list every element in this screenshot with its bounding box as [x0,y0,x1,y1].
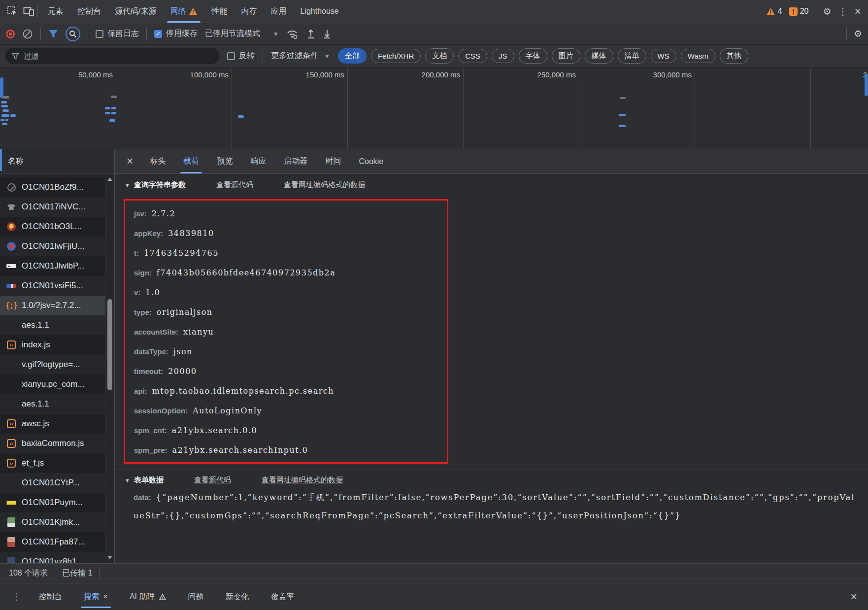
table-row[interactable]: aes.1.1 [0,315,105,335]
clear-network-log-icon[interactable] [22,29,33,39]
tab-payload[interactable]: 载荷 [175,149,207,173]
chip-font[interactable]: 字体 [519,48,547,64]
tab-network[interactable]: 网络 [163,0,204,23]
settings-gear-icon[interactable]: ⚙ [823,7,832,16]
tab-preview[interactable]: 预览 [209,149,240,173]
tab-application[interactable]: 应用 [264,0,293,23]
table-row[interactable]: aes.1.1 [0,394,105,414]
table-row[interactable]: O1CN01bO3L... [0,217,105,237]
search-tab-close-icon[interactable]: × [103,592,108,602]
tab-console[interactable]: 控制台 [70,0,108,23]
table-row[interactable]: O1CN01Fpa87... [0,532,105,552]
filter-funnel-small-icon [12,53,19,60]
view-source-link[interactable]: 查看源代码 [194,475,231,485]
tab-performance[interactable]: 性能 [204,0,234,23]
issues-counter[interactable]: ! 20 [789,7,809,16]
table-row[interactable]: O1CN01vsiFi5... [0,276,105,296]
chip-img[interactable]: 图片 [552,48,580,64]
filter-funnel-icon[interactable] [48,30,58,38]
drawer-tab-ai-assistant[interactable]: AI 助理 [121,583,175,610]
table-row-partial[interactable] [0,173,105,177]
invert-filter-checkbox[interactable]: 反转 [227,51,255,61]
table-row[interactable]: O1CN01Kjmk... [0,512,105,532]
record-network-log-button[interactable] [6,30,15,38]
preserve-log-checkbox[interactable]: 保留日志 [96,29,139,39]
request-list-panel: 名称 O1CN01BoZf9... O1CN017iNVC... O1CN01b… [0,149,114,563]
tab-lighthouse[interactable]: Lighthouse [293,0,345,23]
tab-response[interactable]: 响应 [242,149,274,173]
network-settings-gear-icon[interactable]: ⚙ [854,29,862,38]
import-har-icon[interactable] [306,29,315,39]
network-conditions-icon[interactable] [286,29,299,39]
chip-ws[interactable]: WS [651,49,676,63]
filter-input[interactable] [24,52,212,60]
drawer-tab-search[interactable]: 搜索 × [75,583,117,610]
table-row[interactable]: O1CN017iNVC... [0,197,105,217]
drawer-tab-console[interactable]: 控制台 [30,583,71,610]
close-detail-icon[interactable]: × [120,149,140,173]
table-row[interactable]: O1CN01Puym... [0,493,105,512]
scroll-up-icon[interactable] [107,177,112,181]
throttling-dropdown[interactable]: 已停用节流模式 ▼ [205,29,279,39]
tab-headers[interactable]: 标头 [142,149,173,173]
warning-triangle-icon [766,7,775,16]
table-row[interactable]: O1CN01BoZf9... [0,177,105,197]
table-row[interactable]: ‹›awsc.js [0,414,105,434]
tab-memory[interactable]: 内存 [234,0,264,23]
scroll-down-icon[interactable] [107,556,112,559]
form-data-title[interactable]: ▼ 表单数据 [125,475,164,485]
scrollbar-thumb[interactable] [107,299,112,390]
table-row[interactable]: O1CN01JlwlbP... [0,256,105,276]
chip-media[interactable]: 媒体 [585,48,613,64]
chip-doc[interactable]: 文档 [425,48,454,64]
chip-other[interactable]: 其他 [720,48,748,64]
view-source-link[interactable]: 查看源代码 [216,180,253,190]
close-devtools-icon[interactable]: × [855,6,861,17]
table-row[interactable]: xianyu.pc_com... [0,374,105,394]
more-filters-dropdown[interactable]: 更多过滤条件 ▼ [271,51,330,61]
network-overview-timeline[interactable]: 50,000 ms 100,000 ms 150,000 ms 200,000 … [0,68,868,149]
request-list-scrollbar[interactable] [105,173,114,563]
overview-handle-edge[interactable] [0,149,2,171]
drawer-tab-changes[interactable]: 新变化 [217,583,258,610]
chip-js[interactable]: JS [492,49,514,63]
table-row[interactable]: O1CN01CYtP... [0,473,105,493]
disable-cache-checkbox[interactable]: ✓ 停用缓存 [154,29,198,39]
overview-handle-right[interactable] [865,74,868,96]
table-row[interactable]: O1CN01IwFjiU... [0,237,105,256]
query-string-title[interactable]: ▼ 查询字符串参数 [125,180,186,190]
device-toolbar-icon[interactable] [21,3,37,20]
table-row[interactable]: ‹›et_f.js [0,453,105,473]
chip-wasm[interactable]: Wasm [681,49,715,63]
tab-timing[interactable]: 时间 [317,149,349,173]
table-row[interactable]: ‹›baxiaCommon.js [0,434,105,453]
export-har-icon[interactable] [323,29,332,39]
drawer-tab-coverage[interactable]: 覆盖率 [262,583,303,610]
request-list-header[interactable]: 名称 [0,149,114,173]
chip-all[interactable]: 全部 [338,48,367,64]
drawer-kebab-menu-icon[interactable]: ⋮ [7,591,26,602]
chip-fetch-xhr[interactable]: Fetch/XHR [371,49,421,63]
table-row-selected[interactable]: {;}1.0/?jsv=2.7.2... [0,296,105,315]
tab-elements[interactable]: 元素 [41,0,70,23]
close-drawer-icon[interactable]: × [851,591,861,603]
network-toolbar: 保留日志 ✓ 停用缓存 已停用节流模式 ▼ ⚙ [0,23,868,45]
drawer-tab-issues[interactable]: 问题 [179,583,213,610]
table-row[interactable]: v.gif?logtype=... [0,355,105,374]
chip-manifest[interactable]: 清单 [618,48,646,64]
overview-handle-left[interactable] [0,77,3,98]
table-row[interactable]: O1CN01yz8h1 [0,552,105,563]
inspect-element-icon[interactable] [4,3,21,20]
param-row: t:1746345294765 [125,243,447,263]
search-network-icon[interactable] [66,27,80,41]
table-row[interactable]: ‹›index.js [0,335,105,355]
tab-cookies[interactable]: Cookie [351,149,391,173]
view-url-encoded-link[interactable]: 查看网址编码格式的数据 [284,180,365,190]
tab-sources[interactable]: 源代码/来源 [108,0,163,23]
chip-css[interactable]: CSS [458,49,487,63]
warnings-counter[interactable]: 4 [766,7,782,16]
view-url-encoded-link[interactable]: 查看网址编码格式的数据 [262,475,343,485]
tab-initiator[interactable]: 启动器 [276,149,315,173]
kebab-menu-icon[interactable]: ⋮ [838,7,848,16]
waterfall-bar [1,101,7,103]
